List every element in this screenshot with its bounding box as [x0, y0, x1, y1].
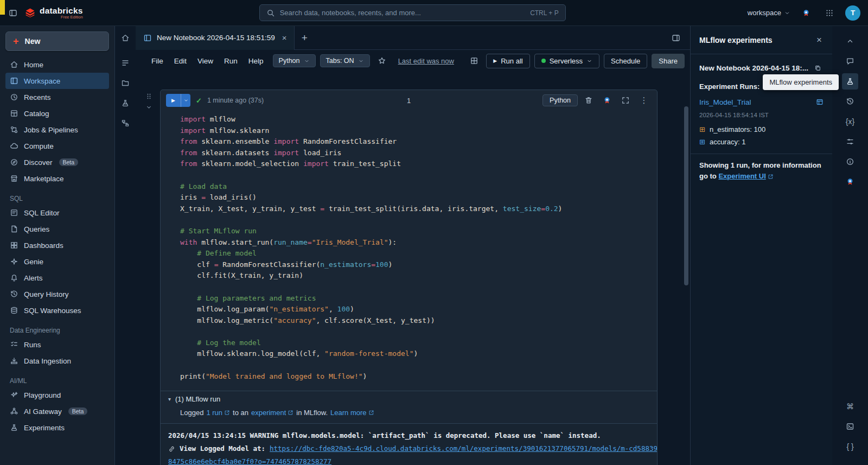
global-search[interactable]: CTRL + P — [259, 4, 566, 21]
sidebar-item-experiments[interactable]: Experiments — [5, 419, 109, 436]
sidebar-item-queries[interactable]: Queries — [5, 221, 109, 237]
sidebar-item-dashboards[interactable]: Dashboards — [5, 237, 109, 253]
workspace-browser-button[interactable] — [118, 75, 133, 91]
menu-edit[interactable]: Edit — [169, 54, 192, 68]
code-editor[interactable]: import mlflowimport mlflow.sklearnfrom s… — [161, 111, 657, 391]
new-tab-button[interactable]: + — [297, 30, 312, 46]
catalog-rail-button[interactable] — [118, 116, 133, 131]
external-link-icon — [768, 174, 774, 180]
last-edit-link[interactable]: Last edit was now — [398, 57, 454, 65]
run-all-button[interactable]: ▶ Run all — [486, 54, 529, 68]
environment-button[interactable] — [842, 133, 858, 150]
experiment-link[interactable]: experiment — [251, 409, 293, 417]
assistant-button[interactable] — [799, 5, 814, 21]
menu-run[interactable]: Run — [219, 54, 242, 68]
close-panel-button[interactable]: × — [812, 33, 827, 48]
sidebar-item-ai-gateway[interactable]: AI GatewayBeta — [5, 403, 109, 419]
compute-selector[interactable]: Serverless — [534, 54, 599, 68]
left-panel-toggle-button[interactable] — [5, 5, 21, 21]
table-of-contents-button[interactable] — [118, 55, 133, 71]
menu-help[interactable]: Help — [244, 54, 269, 68]
sidebar-item-alerts[interactable]: Alerts — [5, 270, 109, 286]
notebook-canvas[interactable]: ▶ ✓ 1 minute ago (37s) 1 Python — [136, 72, 682, 465]
workspace-switcher[interactable]: workspace — [748, 9, 790, 17]
menu-view[interactable]: View — [193, 54, 218, 68]
sidebar-item-query-history[interactable]: Query History — [5, 286, 109, 302]
code-line — [180, 360, 649, 371]
run-link[interactable]: 1 run — [206, 409, 230, 417]
sidebar-item-runs[interactable]: Runs — [5, 336, 109, 353]
code-snippets-button[interactable]: { } — [842, 438, 858, 455]
sidebar-item-sql-editor[interactable]: SQL Editor — [5, 205, 109, 221]
home-tab-button[interactable] — [118, 30, 133, 46]
databricks-logo[interactable]: databricks Free Edition — [25, 7, 83, 20]
learn-more-link[interactable]: Learn more — [330, 409, 374, 417]
sidebar-item-discover[interactable]: DiscoverBeta — [5, 154, 109, 170]
sidebar-item-sql-warehouses[interactable]: SQL Warehouses — [5, 302, 109, 319]
expand-cell-button[interactable] — [618, 93, 633, 108]
variable-explorer-button[interactable]: {x} — [842, 113, 858, 130]
run-metric: accuracy: 1 — [710, 138, 745, 146]
experiments-rail-button[interactable] — [118, 95, 133, 111]
sidebar-item-catalog[interactable]: Catalog — [5, 105, 109, 122]
new-button[interactable]: + New — [5, 31, 109, 51]
sidebar-item-home[interactable]: Home — [5, 56, 109, 73]
output-collapse-row[interactable]: ▾ (1) MLflow run — [161, 391, 657, 407]
sidebar-item-recents[interactable]: Recents — [5, 89, 109, 105]
tab-close-icon[interactable]: × — [282, 33, 287, 42]
collapse-cell-icon[interactable] — [145, 104, 152, 111]
sidebar-item-compute[interactable]: Compute — [5, 138, 109, 154]
notebook-scrollbar[interactable] — [682, 72, 690, 465]
sidebar: + New HomeWorkspaceRecentsCatalogJobs & … — [0, 26, 115, 465]
scroll-up-button[interactable] — [842, 33, 858, 49]
sidebar-item-marketplace[interactable]: Marketplace — [5, 170, 109, 187]
run-cell-button[interactable]: ▶ — [166, 94, 190, 107]
panel-notebook-name: New Notebook 2026-04-15 18:... — [699, 64, 808, 72]
web-terminal-button[interactable] — [842, 418, 858, 435]
scrollbar-thumb[interactable] — [684, 106, 688, 285]
model-url-link[interactable]: https://dbc-fde820a5-4c9d.cloud.databric… — [270, 442, 658, 455]
notebook-tab[interactable]: New Notebook 2026-04-15 18:51:59 × — [136, 26, 295, 50]
cell-menu-button[interactable]: ⋮ — [636, 93, 652, 108]
tabs-toggle[interactable]: Tabs: ON — [320, 54, 370, 67]
keyboard-shortcuts-button[interactable]: ⌘ — [842, 398, 858, 415]
apps-grid-button[interactable] — [822, 5, 837, 21]
sidebar-item-genie[interactable]: Genie — [5, 253, 109, 270]
run-options-caret[interactable] — [181, 94, 190, 107]
delete-cell-button[interactable] — [581, 93, 596, 108]
mlflow-experiments-button[interactable] — [842, 73, 858, 90]
code-line: # Start MLflow run — [180, 226, 649, 237]
user-avatar[interactable]: T — [845, 5, 860, 21]
tabs-toggle-label: Tabs: ON — [326, 57, 354, 65]
model-url-link-continued[interactable]: 8475c86e6ebcf4ba0e7f0?o=7474657878258277 — [168, 455, 331, 465]
menu-file[interactable]: File — [146, 54, 168, 68]
run-name-link[interactable]: Iris_Model_Trial — [699, 98, 751, 106]
sidebar-item-playground[interactable]: Playground — [5, 387, 109, 403]
sidebar-item-workspace[interactable]: Workspace — [5, 73, 109, 89]
cell-language-badge[interactable]: Python — [542, 94, 578, 106]
copy-icon — [814, 65, 821, 72]
copy-button[interactable] — [812, 62, 824, 74]
nav-section-label: Data Engineering — [5, 327, 109, 334]
experiment-ui-link[interactable]: Experiment UI — [718, 171, 773, 182]
search-input[interactable] — [280, 9, 525, 17]
schedule-button[interactable]: Schedule — [604, 54, 647, 68]
chevron-down-icon — [304, 58, 310, 64]
layout-grid-icon — [470, 56, 478, 65]
sidebar-item-jobs-pipelines[interactable]: Jobs & Pipelines — [5, 122, 109, 138]
open-run-table-button[interactable] — [814, 96, 826, 108]
external-link-icon — [288, 410, 293, 416]
favorite-button[interactable] — [374, 53, 390, 68]
comments-button[interactable] — [842, 53, 858, 69]
folder-icon — [121, 79, 130, 87]
share-button[interactable]: Share — [652, 54, 685, 68]
layout-grid-button[interactable] — [467, 53, 482, 68]
right-panel-toggle-button[interactable] — [668, 30, 684, 46]
drag-handle-icon[interactable] — [145, 93, 152, 100]
assistant-button[interactable] — [842, 174, 858, 190]
cell-assistant-button[interactable] — [599, 93, 615, 108]
language-selector[interactable]: Python — [273, 54, 316, 67]
notebook-info-button[interactable] — [842, 154, 858, 170]
sidebar-item-data-ingestion[interactable]: Data Ingestion — [5, 353, 109, 369]
version-history-button[interactable] — [842, 93, 858, 110]
